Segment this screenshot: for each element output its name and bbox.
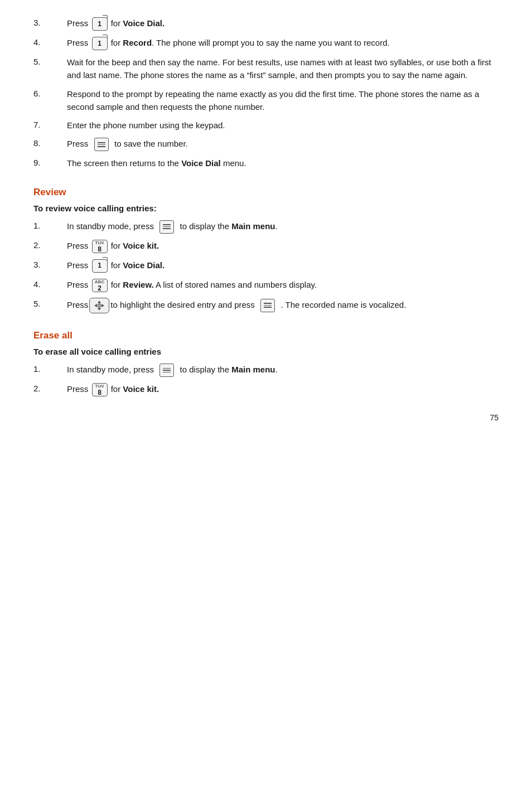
list-text: In standby mode, press to display the Ma… [67,220,499,234]
list-text: Press to highlight the desired entry and… [67,298,499,313]
save-line [163,368,171,369]
save-line [98,142,105,143]
save-line [264,303,272,304]
list-item: 8. Press to save the number. [33,137,499,151]
list-item: 6. Respond to the prompt by repeating th… [33,88,499,114]
svg-marker-1 [98,308,101,311]
list-item: 3. Press 1 for Voice Dial. [33,17,499,31]
save-button-icon-2 [260,299,275,312]
list-text: Enter the phone number using the keypad. [67,119,499,132]
list-item: 2. Press TUV 8 for Voice kit. [33,382,499,396]
bold-text: Record [123,38,152,47]
list-item: 4. Press 1 for Record. The phone will pr… [33,36,499,50]
list-item: 1. In standby mode, press to display the… [33,220,499,234]
menu-icon [159,220,174,234]
list-text: In standby mode, press to display the Ma… [67,363,499,377]
svg-marker-0 [98,301,101,303]
section-header-review: Review [33,187,499,198]
list-text: The screen then returns to the Voice Dia… [67,157,499,170]
list-section-continuation: 3. Press 1 for Voice Dial. 4. Press 1 fo… [33,17,499,170]
list-text: Press 1 for Voice Dial. [67,259,499,273]
review-list: 1. In standby mode, press to display the… [33,220,499,313]
save-line [98,144,105,146]
list-number: 1. [33,220,67,233]
section-header-erase: Erase all [33,330,499,341]
list-item: 4. Press ABC 2 for Review. A list of sto… [33,278,499,292]
key-sup: ABC [95,280,104,284]
list-number: 2. [33,382,67,395]
list-text: Press TUV 8 for Voice kit. [67,382,499,396]
list-text: Press 1 for Voice Dial. [67,17,499,31]
bold-text: Voice Dial. [123,260,165,270]
list-number: 4. [33,36,67,49]
bold-text: Voice Dial [181,158,221,168]
bold-text: Review. [123,280,153,289]
save-line [264,305,272,306]
save-button-icon [94,138,109,151]
bold-text: Voice kit. [123,241,159,250]
svg-marker-3 [101,304,104,307]
erase-all-section: Erase all To erase all voice calling ent… [33,330,499,396]
list-item: 9. The screen then returns to the Voice … [33,157,499,170]
nav-key-icon [89,298,109,313]
list-number: 5. [33,298,67,311]
bold-text: Main menu [231,221,275,231]
list-number: 3. [33,259,67,272]
list-number: 9. [33,157,67,170]
list-text: Respond to the prompt by repeating the n… [67,88,499,114]
key-main: 2 [98,285,101,292]
save-lines [98,142,105,147]
save-lines [264,303,272,308]
list-number: 8. [33,137,67,150]
menu-icon-2 [159,364,174,377]
save-lines [163,368,171,373]
list-number: 1. [33,363,67,376]
key-main: 8 [98,246,101,253]
list-item: 2. Press TUV 8 for Voice kit. [33,239,499,253]
save-lines [163,224,171,229]
nav-arrows-svg [93,299,105,312]
list-text: Wait for the beep and then say the name.… [67,56,499,82]
svg-point-4 [98,304,101,307]
review-section: Review To review voice calling entries: … [33,187,499,313]
key-sup: TUV [95,241,104,245]
page-number: 75 [33,413,499,422]
list-number: 5. [33,56,67,69]
key-2-icon: ABC 2 [92,279,108,292]
bold-text: Main menu [231,365,275,374]
erase-list: 1. In standby mode, press to display the… [33,363,499,396]
list-number: 4. [33,278,67,291]
list-text: Press ABC 2 for Review. A list of stored… [67,278,499,292]
list-text: Press TUV 8 for Voice kit. [67,239,499,253]
list-item: 5. Press to highlight the desired entry … [33,298,499,313]
bold-text: Voice Dial. [123,18,165,28]
key-8-icon-2: TUV 8 [92,383,108,396]
list-number: 3. [33,17,67,30]
key-8-icon: TUV 8 [92,240,108,253]
list-item: 7. Enter the phone number using the keyp… [33,119,499,132]
page-content: 3. Press 1 for Voice Dial. 4. Press 1 fo… [33,17,499,422]
key-1-icon: 1 [92,259,108,273]
save-line [163,372,171,373]
bold-text: Voice kit. [123,384,159,394]
key-main: 8 [98,389,101,396]
list-number: 2. [33,239,67,252]
key-1-icon: 1 [92,37,108,50]
list-item: 5. Wait for the beep and then say the na… [33,56,499,82]
sub-header-review: To review voice calling entries: [33,204,499,213]
svg-marker-2 [94,304,97,307]
list-number: 7. [33,119,67,132]
save-line [163,228,171,229]
key-1-icon: 1 [92,17,108,31]
sub-header-erase: To erase all voice calling entries [33,347,499,356]
save-line [264,307,272,308]
list-number: 6. [33,88,67,100]
list-text: Press 1 for Record. The phone will promp… [67,36,499,50]
list-item: 3. Press 1 for Voice Dial. [33,259,499,273]
save-line [163,370,171,371]
list-item: 1. In standby mode, press to display the… [33,363,499,377]
save-line [98,146,105,147]
list-text: Press to save the number. [67,137,499,151]
save-line [163,224,171,225]
key-sup: TUV [95,384,104,389]
